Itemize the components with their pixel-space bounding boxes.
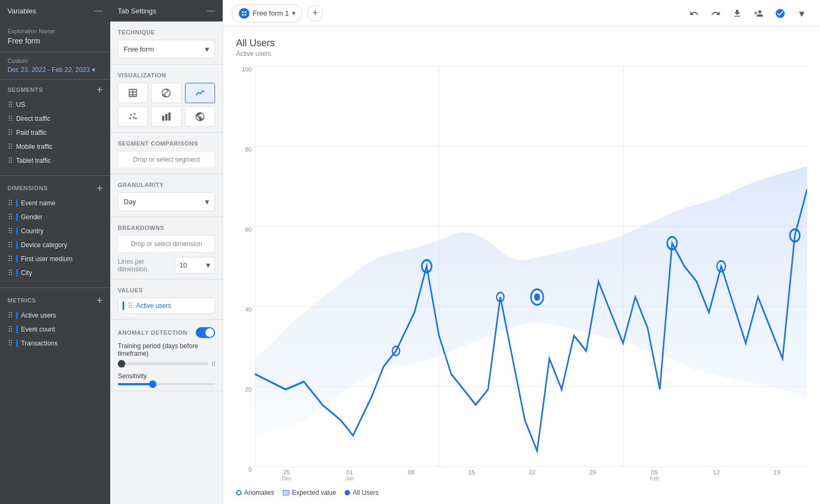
anomaly-detection-toggle[interactable]: [196, 327, 215, 338]
viz-bar-btn[interactable]: [151, 106, 181, 127]
y-axis-label: 80: [245, 146, 252, 153]
chart-container: All Users Active users 100806040200: [223, 27, 820, 504]
svg-point-4: [135, 118, 137, 119]
technique-select[interactable]: Free form ▾: [118, 40, 215, 59]
date-section: Custom Dec 23, 2022 - Feb 22, 2023 ▾: [0, 52, 110, 80]
scatter-icon: [127, 111, 138, 122]
dimension-item[interactable]: ⠿City: [8, 266, 103, 280]
dimensions-section: DIMENSIONS + ⠿Event name⠿Gender⠿Country⠿…: [0, 178, 110, 285]
redo-btn[interactable]: [706, 4, 725, 23]
dimension-item[interactable]: ⠿Device category: [8, 238, 103, 252]
segment-item[interactable]: ⠿US: [8, 98, 103, 112]
dimension-item[interactable]: ⠿Gender: [8, 210, 103, 224]
variables-minimize-btn[interactable]: —: [94, 6, 103, 15]
date-range-picker[interactable]: Dec 23, 2022 - Feb 22, 2023 ▾: [8, 66, 103, 74]
globe-icon: [195, 111, 205, 122]
add-dimension-btn[interactable]: +: [97, 183, 103, 193]
metrics-section: METRICS + ⠿Active users⠿Event count⠿Tran…: [0, 290, 110, 356]
add-segment-btn[interactable]: +: [97, 85, 103, 95]
add-tab-btn[interactable]: +: [307, 5, 323, 21]
free-form-tab[interactable]: Free form 1 ▾: [232, 4, 303, 23]
chart-wrapper: 100806040200: [236, 66, 807, 484]
svg-point-3: [133, 117, 134, 118]
donut-icon: [161, 88, 172, 98]
values-metric-item[interactable]: ⠿ Active users: [118, 298, 215, 314]
breakdowns-drop-zone[interactable]: Drop or select dimension: [118, 235, 215, 253]
dimension-drag-handle: ⠿: [8, 227, 13, 235]
svg-point-0: [130, 114, 132, 116]
metric-item[interactable]: ⠿Event count: [8, 322, 103, 336]
tab-settings-header: Tab Settings —: [110, 0, 223, 21]
segment-label: Paid traffic: [16, 129, 46, 136]
segment-item[interactable]: ⠿Direct traffic: [8, 112, 103, 126]
undo-btn[interactable]: [684, 4, 704, 23]
training-period-max-val: 0: [212, 361, 215, 367]
viz-scatter-btn[interactable]: [118, 106, 148, 127]
segment-drop-zone[interactable]: Drop or select segment: [118, 151, 215, 168]
y-axis-label: 100: [242, 66, 252, 73]
x-axis-label: 22: [529, 469, 536, 481]
sensitivity-slider[interactable]: [118, 383, 215, 385]
dimension-item[interactable]: ⠿Event name: [8, 196, 103, 210]
values-drag-handle[interactable]: ⠿: [127, 301, 133, 310]
segments-section-title: SEGMENTS +: [8, 85, 103, 95]
visualization-label: VISUALIZATION: [118, 72, 215, 78]
metric-drag-handle: ⠿: [8, 339, 13, 348]
download-btn[interactable]: [728, 4, 747, 23]
visualization-section: VISUALIZATION: [110, 64, 223, 133]
y-axis-label: 60: [245, 226, 252, 233]
legend-all-users: All Users: [345, 489, 379, 496]
dimension-drag-handle: ⠿: [8, 241, 13, 249]
metric-item[interactable]: ⠿Transactions: [8, 336, 103, 350]
more-options-btn[interactable]: ▾: [792, 4, 811, 23]
sensitivity-label: Sensitivity: [118, 372, 215, 380]
viz-table-btn[interactable]: [118, 83, 148, 103]
undo-icon: [689, 9, 699, 18]
training-period-slider[interactable]: [118, 363, 209, 365]
y-axis-label: 40: [245, 306, 252, 313]
x-axis-label: 19: [774, 469, 780, 481]
x-axis-label: 25Dec: [282, 469, 291, 481]
svg-rect-5: [162, 116, 165, 120]
sensitivity-slider-row: [118, 383, 215, 385]
technique-arrow-icon: ▾: [205, 44, 209, 54]
tab-icon-svg: [241, 10, 247, 17]
dimension-item[interactable]: ⠿Country: [8, 224, 103, 238]
y-axis-label: 20: [245, 386, 252, 393]
metric-item[interactable]: ⠿Active users: [8, 308, 103, 322]
viz-geo-btn[interactable]: [185, 106, 215, 127]
dimension-item[interactable]: ⠿First user medium: [8, 252, 103, 266]
svg-rect-6: [166, 114, 168, 121]
x-axis-label: 08: [408, 469, 415, 481]
saved-indicator: [771, 4, 790, 23]
dimensions-list: ⠿Event name⠿Gender⠿Country⠿Device catego…: [8, 196, 103, 280]
values-section: VALUES ⠿ Active users: [110, 279, 223, 320]
segment-drag-handle: ⠿: [8, 114, 13, 123]
x-axis-label: 15: [468, 469, 475, 481]
segment-drag-handle: ⠿: [8, 142, 13, 151]
top-bar-actions: ▾: [684, 4, 811, 23]
tab-settings-minimize-btn[interactable]: —: [206, 6, 215, 15]
segment-item[interactable]: ⠿Mobile traffic: [8, 140, 103, 154]
viz-line-btn[interactable]: [185, 83, 215, 103]
granularity-select[interactable]: Day ▾: [118, 192, 215, 211]
grid-line-0: [255, 466, 807, 467]
x-axis-label: 01Jan: [345, 469, 354, 481]
segment-item[interactable]: ⠿Tablet traffic: [8, 154, 103, 168]
share-btn[interactable]: [749, 4, 768, 23]
values-color-indicator: [123, 301, 124, 310]
top-bar: Free form 1 ▾ + ▾: [223, 0, 820, 27]
add-metric-btn[interactable]: +: [97, 296, 103, 305]
dimension-drag-handle: ⠿: [8, 213, 13, 221]
granularity-value: Day: [124, 198, 136, 206]
tab-settings-title: Tab Settings: [118, 7, 156, 15]
lines-select[interactable]: 10 ▾: [175, 257, 215, 273]
lines-arrow-icon: ▾: [206, 260, 210, 270]
check-circle-icon: [775, 8, 786, 19]
segment-comparisons-section: SEGMENT COMPARISONS Drop or select segme…: [110, 133, 223, 174]
anomaly-highlighted-inner: [534, 293, 540, 301]
segment-item[interactable]: ⠿Paid traffic: [8, 126, 103, 140]
dimension-label: Country: [21, 227, 44, 235]
viz-donut-btn[interactable]: [151, 83, 181, 103]
metric-label: Active users: [21, 312, 56, 319]
